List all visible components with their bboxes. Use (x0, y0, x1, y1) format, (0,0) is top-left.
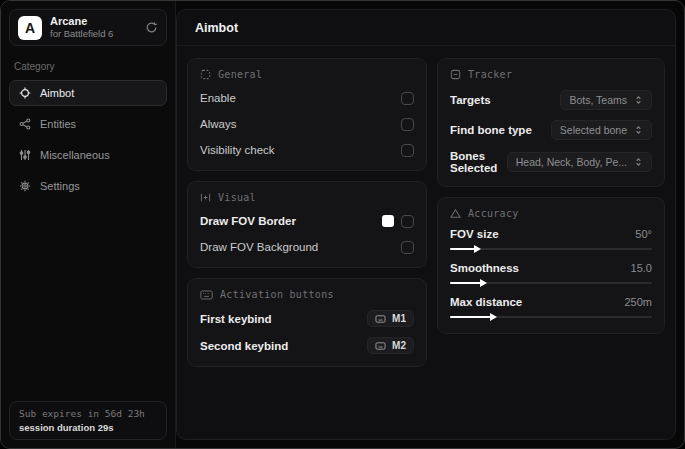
draw-fov-background-label: Draw FOV Background (200, 241, 318, 253)
fov-size-value: 50° (635, 228, 652, 240)
fov-size-slider[interactable] (450, 245, 652, 253)
bones-selected-dropdown[interactable]: Head, Neck, Body, Pe... (507, 152, 652, 172)
setting-row: Find bone type Selected bone (450, 120, 652, 140)
second-keybind-label: Second keybind (200, 340, 288, 352)
subscription-card: Sub expires in 56d 23h session duration … (9, 401, 167, 440)
sidebar: A Arcane for Battlefield 6 Category (1, 1, 176, 448)
slider-row: Max distance 250m (450, 296, 652, 321)
tracker-icon (450, 69, 461, 80)
slider-fill (450, 248, 476, 250)
smoothness-label: Smoothness (450, 262, 519, 274)
slider-fill (450, 316, 492, 318)
visual-card: Visual Draw FOV Border Draw FOV Backgrou… (187, 181, 427, 268)
session-duration-text: session duration 29s (19, 422, 157, 433)
sub-expires-text: Sub expires in 56d 23h (19, 408, 157, 419)
max-distance-value: 250m (624, 296, 652, 308)
second-keybind-value: M2 (392, 340, 406, 351)
setting-row: Always (200, 116, 414, 132)
first-keybind-button[interactable]: M1 (367, 310, 414, 327)
max-distance-slider[interactable] (450, 313, 652, 321)
first-keybind-label: First keybind (200, 313, 272, 325)
triangle-icon (450, 208, 461, 219)
scan-icon (200, 192, 211, 203)
brand-text: Arcane for Battlefield 6 (50, 15, 113, 41)
app-logo: A (18, 16, 42, 40)
refresh-icon[interactable] (145, 21, 158, 34)
column-right: Tracker Targets Bots, Teams (437, 58, 665, 334)
sidebar-item-miscellaneous[interactable]: Miscellaneous (9, 142, 167, 168)
draw-fov-border-label: Draw FOV Border (200, 215, 296, 227)
max-distance-label: Max distance (450, 296, 522, 308)
slider-thumb[interactable] (480, 279, 487, 287)
sidebar-item-label: Entities (40, 118, 76, 130)
setting-row: Visibility check (200, 142, 414, 158)
slider-row: Smoothness 15.0 (450, 262, 652, 287)
sidebar-item-label: Aimbot (40, 87, 74, 99)
slider-thumb[interactable] (490, 313, 497, 321)
find-bone-type-label: Find bone type (450, 124, 532, 136)
always-checkbox[interactable] (401, 118, 414, 131)
visual-title: Visual (218, 192, 256, 203)
visibility-check-checkbox[interactable] (401, 144, 414, 157)
always-label: Always (200, 118, 236, 130)
sidebar-nav: Aimbot Entities Miscella (9, 80, 167, 199)
general-title: General (218, 69, 262, 80)
fov-size-label: FOV size (450, 228, 499, 240)
setting-row: Draw FOV Background (200, 239, 414, 255)
chevron-up-down-icon (634, 157, 643, 167)
draw-fov-background-checkbox[interactable] (401, 241, 414, 254)
second-keybind-button[interactable]: M2 (367, 337, 414, 354)
first-keybind-value: M1 (392, 313, 406, 324)
smoothness-slider[interactable] (450, 279, 652, 287)
keyboard-icon (375, 315, 386, 323)
category-label: Category (14, 61, 162, 72)
tracker-card: Tracker Targets Bots, Teams (437, 58, 665, 187)
slider-fill (450, 282, 482, 284)
setting-row: Targets Bots, Teams (450, 90, 652, 110)
draw-fov-border-checkbox[interactable] (401, 215, 414, 228)
crosshair-icon (19, 87, 31, 99)
accuracy-title: Accuracy (468, 208, 519, 219)
visibility-check-label: Visibility check (200, 144, 275, 156)
main-body: General Enable Always Visibility check (177, 46, 675, 379)
setting-row: First keybind M1 (200, 310, 414, 327)
keyboard-icon (200, 290, 213, 300)
smoothness-value: 15.0 (631, 262, 652, 274)
find-bone-type-dropdown[interactable]: Selected bone (551, 120, 652, 140)
setting-row: Draw FOV Border (200, 213, 414, 229)
app-subtitle: for Battlefield 6 (50, 28, 113, 40)
app-window: A Arcane for Battlefield 6 Category (0, 0, 685, 449)
gear-icon (19, 180, 31, 192)
targets-label: Targets (450, 94, 491, 106)
bones-selected-label: Bones Selected (450, 150, 507, 174)
bones-selected-value: Head, Neck, Body, Pe... (516, 156, 627, 168)
general-card: General Enable Always Visibility check (187, 58, 427, 171)
sliders-icon (19, 149, 31, 161)
fov-border-color-swatch[interactable] (382, 215, 394, 227)
keyboard-icon (375, 342, 386, 350)
activation-title: Activation buttons (220, 289, 334, 300)
brand-card: A Arcane for Battlefield 6 (9, 9, 167, 46)
chevron-up-down-icon (634, 125, 643, 135)
frame-icon (200, 69, 211, 80)
tracker-title: Tracker (468, 69, 512, 80)
accuracy-card: Accuracy FOV size 50° (437, 197, 665, 334)
activation-card: Activation buttons First keybind M1 (187, 278, 427, 367)
setting-row: Enable (200, 90, 414, 106)
find-bone-type-value: Selected bone (560, 124, 627, 136)
sidebar-item-label: Settings (40, 180, 80, 192)
targets-dropdown[interactable]: Bots, Teams (560, 90, 652, 110)
slider-thumb[interactable] (474, 245, 481, 253)
enable-label: Enable (200, 92, 236, 104)
sidebar-item-settings[interactable]: Settings (9, 173, 167, 199)
column-left: General Enable Always Visibility check (187, 58, 427, 367)
app-name: Arcane (50, 15, 113, 29)
targets-value: Bots, Teams (569, 94, 627, 106)
sidebar-item-aimbot[interactable]: Aimbot (9, 80, 167, 106)
enable-checkbox[interactable] (401, 92, 414, 105)
sidebar-item-label: Miscellaneous (40, 149, 110, 161)
setting-row: Bones Selected Head, Neck, Body, Pe... (450, 150, 652, 174)
sidebar-item-entities[interactable]: Entities (9, 111, 167, 137)
slider-row: FOV size 50° (450, 228, 652, 253)
setting-row: Second keybind M2 (200, 337, 414, 354)
